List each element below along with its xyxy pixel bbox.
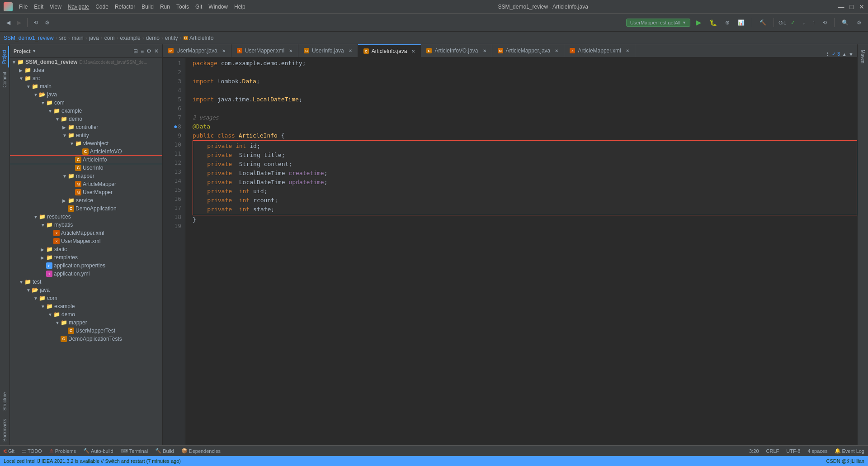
run-button[interactable]: ▶	[693, 17, 704, 28]
breadcrumb-project[interactable]: SSM_demo1_review	[4, 35, 54, 41]
tree-main[interactable]: ▼ 📁 main	[10, 82, 162, 90]
breadcrumb-class[interactable]: C ArticleInfo	[184, 35, 214, 41]
line-ending[interactable]: CRLF	[766, 448, 779, 454]
debug-button[interactable]: 🐛	[707, 18, 720, 27]
tree-articlemapper[interactable]: ▶ M ArticleMapper	[10, 180, 162, 188]
vtab-structure[interactable]: Structure	[1, 389, 9, 414]
menu-help[interactable]: Help	[231, 4, 248, 10]
toolbar-back-button[interactable]: ◀	[4, 19, 13, 27]
tree-test[interactable]: ▼ 📁 test	[10, 278, 162, 286]
collapse-all-button[interactable]: ⊟	[133, 48, 138, 54]
bottom-git-button[interactable]: ⑆ Git	[4, 448, 14, 454]
tab-close-articleinfo[interactable]: ✕	[411, 49, 415, 54]
tab-usermapper-xml[interactable]: X UserMapper.xml ✕	[231, 44, 298, 57]
tree-mapper[interactable]: ▼ 📁 mapper	[10, 172, 162, 180]
close-button[interactable]: ✕	[859, 3, 864, 10]
tree-static[interactable]: ▶ 📁 static	[10, 245, 162, 253]
breadcrumb-java[interactable]: java	[89, 35, 99, 41]
tree-entity[interactable]: ▼ 📁 entity	[10, 131, 162, 139]
tab-articleinfo-java[interactable]: C ArticleInfo.java ✕	[358, 44, 421, 57]
vtab-bookmarks[interactable]: Bookmarks	[1, 415, 9, 445]
tree-demoapplication[interactable]: ▶ C DemoApplication	[10, 204, 162, 213]
toolbar-forward-button[interactable]: ▶	[14, 19, 24, 27]
tree-root[interactable]: ▼ 📁 SSM_demo1_review D:\Java\code\test_j…	[10, 58, 162, 66]
menu-edit[interactable]: Edit	[31, 4, 46, 10]
tab-usermapper-java[interactable]: M UserMapper.java ✕	[163, 44, 231, 57]
tree-com[interactable]: ▼ 📁 com	[10, 99, 162, 107]
menu-navigate[interactable]: Navigate	[65, 4, 92, 10]
bottom-terminal-button[interactable]: ⌨ Terminal	[121, 448, 148, 454]
tree-test-com[interactable]: ▼ 📁 com	[10, 294, 162, 302]
tab-close-articlemapperxml[interactable]: ✕	[626, 48, 629, 53]
minimize-button[interactable]: —	[838, 3, 844, 10]
menu-window[interactable]: Window	[206, 4, 231, 10]
menu-git[interactable]: Git	[193, 4, 205, 10]
tree-test-example[interactable]: ▼ 📁 example	[10, 302, 162, 310]
menu-code[interactable]: Code	[93, 4, 111, 10]
bottom-dependencies-button[interactable]: 📦 Dependencies	[181, 448, 221, 454]
event-log-button[interactable]: 🔔 Event Log	[835, 448, 864, 454]
tree-viewobject[interactable]: ▼ 📁 viewobject	[10, 139, 162, 147]
tree-mybatis[interactable]: ▼ 📁 mybatis	[10, 221, 162, 229]
git-update-button[interactable]: ↓	[800, 19, 808, 27]
menu-run[interactable]: Run	[157, 4, 173, 10]
tab-close-usermapper[interactable]: ✕	[222, 48, 226, 53]
breadcrumb-demo[interactable]: demo	[146, 35, 160, 41]
vtab-project[interactable]: Project	[0, 46, 9, 67]
toolbar-settings-icon[interactable]: ⚙	[42, 19, 52, 27]
tree-userinfo[interactable]: ▶ C UserInfo	[10, 164, 162, 172]
tree-example[interactable]: ▼ 📁 example	[10, 107, 162, 115]
breadcrumb-example[interactable]: example	[120, 35, 140, 41]
tab-articlemapper-java[interactable]: M ArticleMapper.java ✕	[492, 44, 565, 57]
bottom-todo-button[interactable]: ☰ TODO	[22, 448, 42, 454]
tab-close-articleinfovo[interactable]: ✕	[483, 48, 486, 53]
vtab-maven[interactable]: Maven	[859, 46, 867, 67]
tab-articlemapperxml[interactable]: X ArticleMapper.xml ✕	[564, 44, 635, 57]
indent[interactable]: 4 spaces	[807, 448, 827, 454]
menu-refactor[interactable]: Refactor	[112, 4, 138, 10]
search-everywhere-button[interactable]: 🔍	[839, 19, 851, 27]
breadcrumb-main[interactable]: main	[72, 35, 84, 41]
menu-tools[interactable]: Tools	[174, 4, 192, 10]
build-project-button[interactable]: 🔨	[757, 19, 769, 27]
tab-up-button[interactable]: ▲	[842, 52, 847, 57]
tree-appyml[interactable]: ▶ Y application.yml	[10, 270, 162, 278]
breadcrumb-src[interactable]: src	[59, 35, 66, 41]
tree-idea[interactable]: ▶ 📁 .idea	[10, 66, 162, 74]
tab-down-button[interactable]: ▼	[849, 52, 854, 57]
menu-file[interactable]: File	[16, 4, 30, 10]
expand-button[interactable]: ≡	[141, 48, 144, 54]
settings-tree-button[interactable]: ⚙	[146, 48, 151, 54]
menu-view[interactable]: View	[47, 4, 64, 10]
git-checkmark-button[interactable]: ✓	[788, 19, 798, 27]
run-configuration-selector[interactable]: UserMapperTest.getAll ▼	[626, 19, 690, 27]
tree-test-mapper[interactable]: ▼ 📁 mapper	[10, 319, 162, 327]
profiler-button[interactable]: 📊	[735, 19, 747, 27]
tab-close-usermapperxml[interactable]: ✕	[289, 48, 292, 53]
menu-build[interactable]: Build	[139, 4, 156, 10]
close-panel-button[interactable]: ✕	[154, 48, 159, 54]
bottom-problems-button[interactable]: ⚠ Problems	[49, 448, 76, 454]
tree-articlemapperxml[interactable]: ▶ X ArticleMapper.xml	[10, 229, 162, 237]
coverage-button[interactable]: ⊕	[722, 19, 732, 27]
breadcrumb-entity[interactable]: entity	[165, 35, 178, 41]
project-panel-dropdown[interactable]: ▼	[32, 49, 36, 53]
toolbar-sync-button[interactable]: ⟲	[31, 19, 41, 27]
tree-demoapplicationtests[interactable]: ▶ C DemoApplicationTests	[10, 335, 162, 343]
tab-close-userinfo[interactable]: ✕	[349, 48, 352, 53]
tree-controller[interactable]: ▶ 📁 controller	[10, 123, 162, 131]
settings-gear-button[interactable]: ⚙	[854, 19, 864, 27]
tab-articleinfovo-java[interactable]: C ArticleInfoVO.java ✕	[421, 44, 492, 57]
encoding[interactable]: UTF-8	[786, 448, 800, 454]
bottom-build-button[interactable]: 🔨 Build	[155, 448, 174, 454]
tab-close-articlemapper[interactable]: ✕	[555, 48, 558, 53]
fold-indicator-8[interactable]: ●	[174, 122, 177, 131]
tree-appproperties[interactable]: ▶ P application.properties	[10, 262, 162, 270]
breadcrumb-com[interactable]: com	[104, 35, 115, 41]
tree-service[interactable]: ▶ 📁 service	[10, 196, 162, 204]
code-content[interactable]: package com.example.demo.entity; import …	[185, 58, 857, 445]
tree-articleinfovo[interactable]: ▶ C ArticleInfoVO	[10, 147, 162, 156]
split-editor-button[interactable]: ⋮	[825, 51, 830, 57]
tree-test-demo[interactable]: ▼ 📁 demo	[10, 310, 162, 319]
tab-userinfo-java[interactable]: C UserInfo.java ✕	[298, 44, 358, 57]
